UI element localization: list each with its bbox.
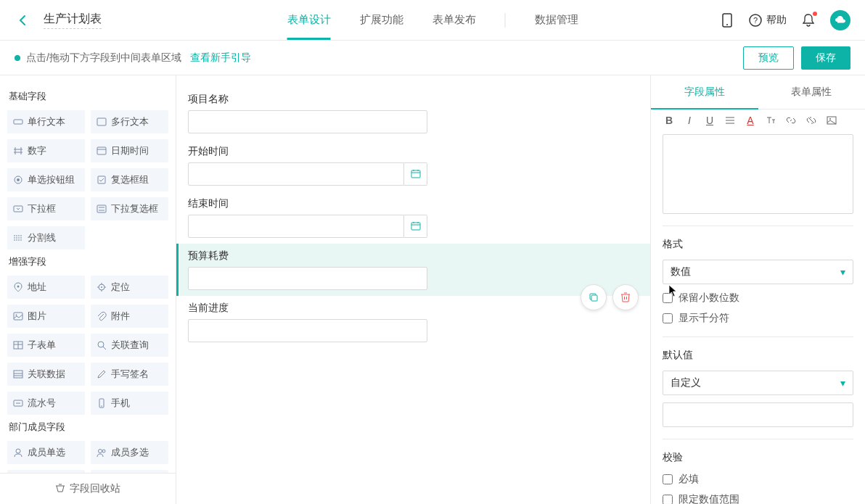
field-member-multi[interactable]: 成员多选	[91, 441, 168, 464]
radio-icon	[13, 175, 23, 185]
tab-form-design[interactable]: 表单设计	[287, 0, 331, 40]
canvas-field-progress[interactable]: 当前进度	[176, 296, 650, 348]
field-number[interactable]: 数字	[7, 139, 85, 162]
field-divider[interactable]: 分割线	[7, 226, 85, 249]
svg-rect-34	[411, 223, 420, 230]
rte-image[interactable]	[825, 114, 838, 127]
field-multi-text[interactable]: 多行文本	[91, 110, 168, 133]
field-palette-scroll[interactable]: 基础字段 单行文本 多行文本 数字 日期时间 单选按钮组 复选框组 下拉框 下拉…	[0, 75, 176, 473]
link-icon	[786, 115, 796, 125]
thousand-checkbox-row[interactable]: 显示千分符	[663, 312, 853, 325]
required-checkbox-row[interactable]: 必填	[663, 473, 853, 486]
required-label: 必填	[679, 473, 699, 486]
date-input[interactable]	[188, 162, 404, 186]
form-canvas[interactable]: 项目名称 开始时间 结束时间 预算耗费 当前进度	[176, 75, 650, 504]
text-input[interactable]	[188, 267, 427, 290]
field-radio[interactable]: 单选按钮组	[7, 168, 85, 191]
property-content[interactable]: B I U A 格式 数值 ▾ 保留小数位数	[651, 110, 865, 504]
date-picker-button[interactable]	[404, 162, 427, 186]
user-avatar[interactable]	[830, 10, 850, 30]
svg-rect-10	[14, 206, 22, 212]
rte-italic[interactable]: I	[683, 114, 696, 127]
required-checkbox[interactable]	[663, 474, 673, 484]
svg-rect-19	[14, 371, 22, 378]
unlink-icon	[806, 115, 816, 125]
default-value-input[interactable]	[663, 402, 853, 427]
notifications-button[interactable]	[801, 13, 816, 28]
decimal-checkbox[interactable]	[663, 293, 673, 303]
field-lookup[interactable]: 关联查询	[91, 334, 168, 357]
field-subtable[interactable]: 子表单	[7, 334, 85, 357]
nav-separator	[505, 13, 506, 28]
guide-link[interactable]: 查看新手引导	[190, 51, 251, 65]
tab-publish[interactable]: 表单发布	[432, 0, 476, 40]
canvas-field-start-time[interactable]: 开始时间	[176, 139, 650, 191]
delete-field-button[interactable]	[612, 284, 639, 310]
align-icon	[725, 115, 735, 125]
image-icon	[827, 115, 837, 125]
format-value: 数值	[671, 265, 691, 278]
field-serial[interactable]: 流水号	[7, 392, 85, 415]
tab-extensions[interactable]: 扩展功能	[360, 0, 403, 40]
default-type-select[interactable]: 自定义 ▾	[663, 371, 853, 395]
field-palette: 基础字段 单行文本 多行文本 数字 日期时间 单选按钮组 复选框组 下拉框 下拉…	[0, 75, 176, 504]
rte-fontsize[interactable]	[764, 114, 777, 127]
format-select[interactable]: 数值 ▾	[663, 260, 853, 284]
field-phone[interactable]: 手机	[91, 392, 168, 415]
date-input[interactable]	[188, 215, 404, 238]
text-input[interactable]	[188, 319, 427, 342]
field-signature[interactable]: 手写签名	[91, 363, 168, 386]
field-label: 预算耗费	[188, 249, 639, 263]
field-checkbox-group[interactable]: 复选框组	[91, 168, 168, 191]
field-attachment[interactable]: 附件	[91, 305, 168, 328]
canvas-field-project-name[interactable]: 项目名称	[176, 87, 650, 139]
rte-color[interactable]: A	[744, 114, 757, 127]
dropdown-multi-icon	[97, 204, 107, 214]
date-picker-button[interactable]	[404, 215, 427, 238]
address-icon	[13, 282, 23, 292]
svg-point-24	[99, 450, 102, 453]
range-checkbox[interactable]	[663, 495, 673, 504]
serial-icon	[13, 398, 23, 408]
field-location[interactable]: 定位	[91, 276, 168, 299]
thousand-label: 显示千分符	[679, 312, 729, 325]
rte-link[interactable]	[784, 114, 798, 127]
recycle-bin[interactable]: 字段回收站	[0, 473, 176, 504]
save-button[interactable]: 保存	[801, 46, 850, 70]
copy-icon	[588, 292, 599, 303]
field-member-single[interactable]: 成员单选	[7, 441, 85, 464]
range-checkbox-row[interactable]: 限定数值范围	[663, 493, 853, 504]
text-input[interactable]	[188, 110, 427, 133]
hint-label: 点击/拖动下方字段到中间表单区域	[26, 51, 181, 65]
preview-button[interactable]: 预览	[743, 46, 794, 70]
table-icon	[13, 340, 23, 350]
dept-fields-grid: 成员单选 成员多选 部门单选 部门多选	[7, 441, 168, 473]
tab-field-props[interactable]: 字段属性	[651, 75, 758, 109]
field-datetime[interactable]: 日期时间	[91, 139, 168, 162]
thousand-checkbox[interactable]	[663, 313, 673, 323]
mobile-preview-button[interactable]	[720, 13, 734, 28]
field-dropdown-multi[interactable]: 下拉复选框	[91, 197, 168, 220]
field-relation[interactable]: 关联数据	[7, 363, 85, 386]
rte-unlink[interactable]	[805, 114, 818, 127]
field-dropdown[interactable]: 下拉框	[7, 197, 85, 220]
canvas-field-budget[interactable]: 预算耗费	[176, 244, 650, 296]
decimal-checkbox-row[interactable]: 保留小数位数	[663, 292, 853, 305]
field-address[interactable]: 地址	[7, 276, 85, 299]
back-button[interactable]	[15, 12, 32, 29]
help-button[interactable]: ? 帮助	[749, 14, 787, 27]
tab-data-management[interactable]: 数据管理	[535, 0, 578, 40]
rte-bold[interactable]: B	[663, 114, 676, 127]
rte-underline[interactable]: U	[703, 114, 716, 127]
rte-align[interactable]	[723, 114, 737, 127]
form-title-input[interactable]: 生产计划表	[44, 12, 102, 29]
field-image[interactable]: 图片	[7, 305, 85, 328]
svg-point-18	[98, 342, 104, 347]
canvas-field-end-time[interactable]: 结束时间	[176, 191, 650, 244]
description-editor[interactable]	[663, 134, 853, 214]
date-input-wrap	[188, 162, 427, 186]
field-single-text[interactable]: 单行文本	[7, 110, 85, 133]
copy-field-button[interactable]	[581, 284, 607, 310]
tab-form-props[interactable]: 表单属性	[758, 75, 866, 109]
trash-icon	[620, 292, 631, 303]
